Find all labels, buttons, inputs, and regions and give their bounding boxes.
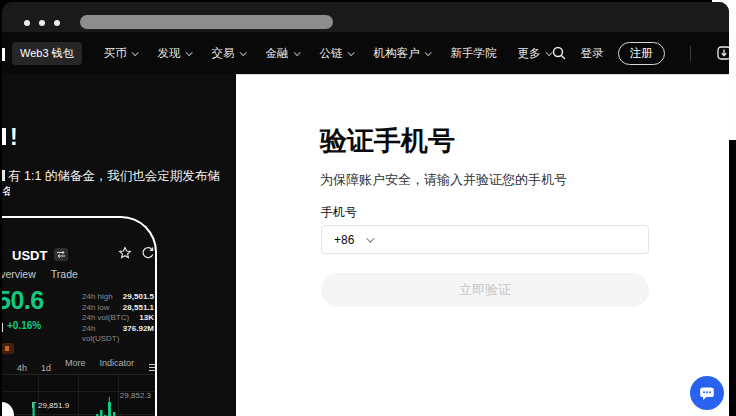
price-value: 50.6 [2, 286, 44, 315]
titlebar [2, 2, 729, 32]
window-controls[interactable] [24, 20, 60, 26]
nav-item-discover[interactable]: 发现 [158, 46, 191, 61]
browser-window: Web3 钱包 买币 发现 交易 金融 公链 机构客户 新手学院 更多 登录 注… [2, 2, 729, 416]
navbar: Web3 钱包 买币 发现 交易 金融 公链 机构客户 新手学院 更多 登录 注… [2, 32, 729, 74]
tab-overview[interactable]: Overview [2, 268, 36, 280]
nav-item-academy[interactable]: 新手学院 [451, 46, 497, 61]
nav-right: 登录 注册 [551, 42, 729, 65]
nav-item-finance[interactable]: 金融 [266, 46, 299, 61]
chevron-down-icon [239, 49, 246, 56]
chat-icon [697, 383, 717, 403]
address-bar[interactable] [80, 15, 333, 29]
chevron-down-icon [367, 234, 375, 242]
stat-row: 24h vol(BTC) 13K [82, 313, 154, 324]
edge-sliver [2, 48, 5, 61]
chevron-down-icon [424, 49, 431, 56]
nav-item-more[interactable]: 更多 [518, 46, 551, 61]
refresh-icon[interactable] [141, 246, 155, 264]
stat-row: 24h vol(USDT) 376.92M [82, 324, 154, 345]
phone-input[interactable]: +86 [321, 225, 649, 254]
interval-1d[interactable]: 1d [41, 363, 51, 373]
promo-text-clipped: 备 [2, 184, 10, 196]
swap-icon[interactable] [54, 248, 68, 261]
verify-now-button[interactable]: 立即验证 [321, 273, 649, 307]
chevron-down-icon [131, 49, 138, 56]
stat-row: 24h high 29,501.5 [82, 292, 154, 303]
phone-field-label: 手机号 [321, 204, 357, 221]
nav-item-buy[interactable]: 买币 [104, 46, 137, 61]
promo-panel: ! 有 1:1 的储备金，我们也会定期发布储 备 USDT [2, 74, 236, 416]
main-row: ! 有 1:1 的储备金，我们也会定期发布储 备 USDT [2, 74, 729, 416]
chevron-down-icon [293, 49, 300, 56]
page-title: 验证手机号 [320, 123, 455, 159]
window-control-dot[interactable] [24, 20, 30, 26]
chat-support-button[interactable] [690, 376, 724, 410]
nav-item-trade[interactable]: 交易 [212, 46, 245, 61]
ticker-widget: USDT [2, 216, 157, 416]
interval-4h[interactable]: 4h [17, 363, 27, 373]
promo-text: 有 1:1 的储备金，我们也会定期发布储 [8, 168, 220, 185]
stat-row: 24h low 28,551.1 [82, 303, 154, 314]
main-content: 验证手机号 为保障账户安全，请输入并验证您的手机号 手机号 +86 立即验证 [236, 74, 729, 416]
pair-name[interactable]: USDT [12, 248, 47, 263]
clipped-glyph [2, 323, 3, 332]
chevron-down-icon [185, 49, 192, 56]
search-icon[interactable] [551, 45, 567, 61]
web3-wallet-tab[interactable]: Web3 钱包 [12, 42, 82, 65]
register-button[interactable]: 注册 [618, 42, 665, 65]
widget-tabs: Overview Trade [2, 268, 78, 280]
candles [2, 375, 157, 416]
page-subtitle: 为保障账户安全，请输入并验证您的手机号 [320, 171, 567, 189]
chevron-down-icon [347, 49, 354, 56]
login-link[interactable]: 登录 [581, 46, 604, 61]
clipped-glyph [2, 170, 5, 181]
promo-heading: ! [10, 124, 18, 151]
clipped-glyph [2, 128, 6, 145]
tab-trade[interactable]: Trade [51, 268, 78, 280]
window-control-dot[interactable] [39, 20, 45, 26]
candlestick-chart[interactable]: 29,852.3 29,851.9 [2, 374, 157, 416]
star-icon[interactable] [118, 246, 132, 264]
download-icon[interactable] [716, 45, 729, 61]
country-code-selector[interactable]: +86 [334, 233, 354, 247]
nav-item-institutional[interactable]: 机构客户 [374, 46, 430, 61]
price-change: +0.16% [7, 320, 41, 331]
hot-badge [2, 343, 14, 354]
divider [690, 46, 691, 61]
window-control-dot[interactable] [54, 20, 60, 26]
nav-item-chain[interactable]: 公链 [320, 46, 353, 61]
candle-settings-icon[interactable] [148, 362, 157, 375]
nav-items: 买币 发现 交易 金融 公链 机构客户 新手学院 更多 [104, 46, 551, 61]
ticker-stats: 24h high 29,501.5 24h low 28,551.1 24h v… [82, 292, 154, 345]
